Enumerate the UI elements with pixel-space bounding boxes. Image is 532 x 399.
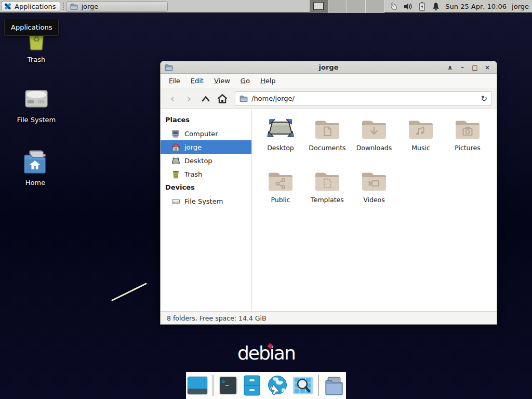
computer-icon [171,129,180,138]
menu-help[interactable]: Help [255,75,281,87]
panel-username[interactable]: jorge [512,3,529,10]
dock-separator [212,375,214,396]
trash-icon [171,170,180,179]
show-desktop-icon[interactable] [187,376,208,395]
sidebar-item-trash[interactable]: Trash [161,167,251,181]
file-cabinet-icon[interactable] [243,375,261,396]
menu-go[interactable]: Go [235,75,255,87]
chevron-up-icon [201,95,211,103]
address-bar[interactable]: /home/jorge/ ↻ [235,91,492,106]
sidebar-item-computer[interactable]: Computer [161,127,251,140]
sidebar-item-jorge[interactable]: jorge [161,140,251,154]
mouse-icon[interactable] [389,2,398,11]
sidebar-item-label: Computer [184,130,218,138]
window-titlebar[interactable]: jorge ∧ – □ × [161,61,497,74]
application-finder-icon[interactable] [292,375,313,396]
folder-pictures-icon [455,117,481,140]
folder-item-music[interactable]: Music [397,116,444,168]
back-button[interactable]: ‹ [165,91,180,106]
folder-videos-icon [361,169,387,192]
folder-window-icon [70,3,78,10]
applications-menu-label: Applications [15,3,56,10]
file-manager-icon[interactable] [324,375,345,396]
desktop-icon [171,156,180,165]
notification-bell-icon[interactable] [431,2,441,11]
folder-label: Pictures [455,144,481,152]
menu-edit[interactable]: Edit [185,75,209,87]
desktop-icon-label: Trash [28,56,45,63]
forward-button[interactable]: › [182,91,196,106]
status-text: 8 folders, Free space: 14.4 GiB [167,314,267,322]
battery-charging-icon[interactable] [418,2,427,11]
folder-templates-icon [314,169,340,192]
folder-label: Music [411,144,430,152]
folder-music-icon [408,117,434,140]
web-browser-icon[interactable] [266,375,288,396]
volume-icon[interactable] [403,2,413,11]
folder-item-public[interactable]: Public [257,168,304,220]
sidebar-item-label: File System [184,197,223,205]
panel-clock[interactable]: Sun 25 Apr, 10:06 [445,3,507,10]
taskbar-window-button[interactable]: jorge [66,1,168,12]
desktop-icon-label: File System [17,116,56,124]
sidebar-item-label: Trash [184,170,202,178]
xfce-applications-icon [4,2,12,10]
system-tray [389,2,441,11]
workspace-3[interactable] [347,0,366,13]
folder-label: Desktop [267,144,294,152]
menu-view[interactable]: View [209,75,235,87]
terminal-icon[interactable]: > _ [218,376,238,395]
maximize-button[interactable]: □ [470,62,480,73]
taskbar-window-label: jorge [81,3,98,10]
home-icon [171,143,180,152]
debian-logo-text: debian [237,342,295,365]
desktop-icon-label: Home [25,179,45,187]
sidebar-item-desktop[interactable]: Desktop [161,154,251,167]
workspace-window-preview [313,2,324,10]
menu-file[interactable]: File [164,75,185,87]
menu-bar: File Edit View Go Help [161,74,497,88]
minimize-button[interactable]: – [457,62,468,73]
folder-item-videos[interactable]: Videos [351,168,397,220]
workspace-2[interactable] [328,0,347,13]
sidebar-item-file-system[interactable]: File System [161,194,251,208]
panel-handle [63,3,64,10]
workspace-1[interactable] [310,0,328,13]
svg-text:>: > [222,379,225,384]
folder-downloads-icon [361,117,387,140]
folder-label: Videos [363,196,385,204]
sidebar-item-label: jorge [184,143,202,151]
folder-item-templates[interactable]: Templates [304,168,351,220]
top-panel: Applications jorge [0,0,532,13]
folder-public-icon [268,169,294,192]
folder-item-desktop[interactable]: Desktop [257,116,304,168]
applications-menu-button[interactable]: Applications [1,1,60,12]
desktop-icon-file-system[interactable]: File System [9,86,63,124]
file-view[interactable]: Desktop Documents [252,109,497,311]
desktop-icon-home[interactable]: Home [8,149,62,187]
folder-label: Downloads [356,144,392,152]
close-button[interactable]: × [482,62,493,73]
folder-item-downloads[interactable]: Downloads [351,116,397,168]
hard-drive-icon [23,86,49,111]
address-folder-icon [240,95,248,102]
folder-item-documents[interactable]: Documents [304,116,351,168]
svg-text:_: _ [225,380,229,386]
desktop-special-icon [267,117,294,140]
reload-button[interactable]: ↻ [481,94,487,103]
toolbar: ‹ › /home/jorge/ ↻ [161,88,497,109]
folder-label: Documents [309,144,345,152]
drawn-line [109,281,151,304]
folder-item-pictures[interactable]: Pictures [444,116,491,168]
dock: > _ [186,372,346,399]
folder-label: Templates [311,196,344,204]
workspace-4[interactable] [366,0,384,13]
up-button[interactable] [198,91,213,106]
folder-label: Public [271,196,290,204]
sidebar-item-label: Desktop [184,157,212,165]
shade-button[interactable]: ∧ [445,62,455,73]
sidebar-header-devices: Devices [161,181,251,194]
file-manager-window: jorge ∧ – □ × File Edit View Go Help ‹ › [160,61,497,325]
home-button[interactable] [215,91,230,106]
workspace-switcher [310,0,384,13]
